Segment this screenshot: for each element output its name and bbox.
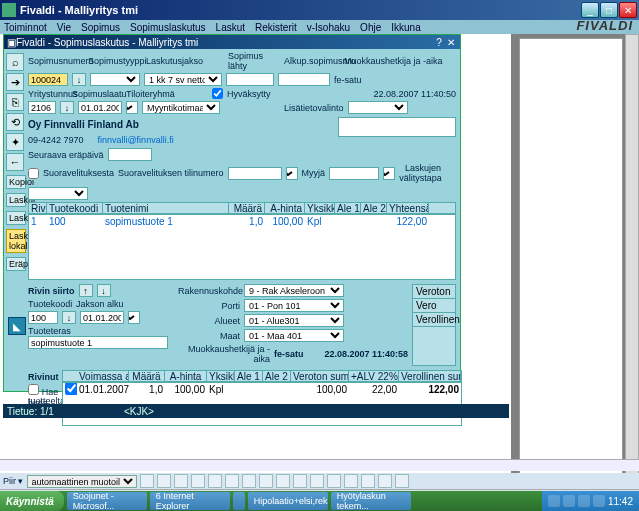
column-header[interactable]: Ale 2 [263,371,291,382]
contract-number-input[interactable] [28,73,68,86]
subwindow-help-button[interactable]: ? [433,37,445,48]
taskbar-button[interactable]: Hipolaatio+elsi,rek... [248,492,328,510]
row-up-button[interactable]: ↑ [79,284,93,297]
menu-item[interactable]: Rekisterit [255,22,297,33]
threed-button[interactable] [395,474,409,488]
product-code-input[interactable] [28,311,58,324]
fill-color-button[interactable] [276,474,290,488]
column-header[interactable]: Verollinen summa [399,371,461,382]
toolbar-icon[interactable]: ⎘ [6,93,24,111]
table-row[interactable]: 01.01.20071,0100,00Kpl100,0022,00122,00 [63,383,461,395]
menu-item[interactable]: Ohje [360,22,381,33]
product-text-input[interactable] [28,336,168,349]
product-code-lookup-button[interactable]: ↓ [62,311,76,324]
row-down-button[interactable]: ↓ [97,284,111,297]
contract-sent-input[interactable] [226,73,274,86]
toolbar-icon[interactable]: ✦ [6,133,24,151]
menu-item[interactable]: v-Isohaku [307,22,350,33]
column-header[interactable]: +ALV 22% [349,371,399,382]
minimize-button[interactable]: _ [581,2,599,18]
line-tool-button[interactable] [157,474,171,488]
approved-checkbox[interactable] [212,88,223,99]
period-start-select[interactable] [128,311,140,324]
column-header[interactable]: Veroton summa [291,371,349,382]
salesperson-select[interactable] [383,167,395,180]
contract-number-lookup-button[interactable]: ↓ [72,73,86,86]
clipart-button[interactable] [259,474,273,488]
column-header[interactable]: Voimassa alk. [77,371,129,382]
billing-period-select[interactable]: 1 kk 7 sv netto [144,73,222,86]
column-header[interactable]: Ale 2 [361,203,387,214]
contract-date-input[interactable] [78,101,122,114]
toolbar-icon[interactable]: ⌕ [6,53,24,71]
column-header[interactable]: Ale 1 [335,203,361,214]
column-header[interactable]: Tuotekoodi [47,203,103,214]
column-header[interactable]: Ale 1 [235,371,263,382]
company-id-lookup-button[interactable]: ↓ [60,101,74,114]
rect-tool-button[interactable] [191,474,205,488]
sidebar-tab[interactable]: Laskujen lokalu [6,229,26,253]
close-button[interactable]: ✕ [619,2,637,18]
column-header[interactable]: Määrä [229,203,265,214]
start-button[interactable]: Käynnistä [0,491,64,511]
invoice-delivery-select[interactable] [28,187,88,200]
column-header[interactable]: A-hinta [265,203,305,214]
column-header[interactable]: Rivi [29,203,47,214]
menu-item[interactable]: Toiminnot [4,22,47,33]
memo-textarea[interactable] [338,117,456,137]
company-id-input[interactable] [28,101,56,114]
toolbar-icon[interactable]: ⟲ [6,113,24,131]
column-header[interactable]: Yksikkö [207,371,235,382]
oval-tool-button[interactable] [208,474,222,488]
style-combo[interactable]: automaattinen muotoil [27,475,137,488]
building-target-select[interactable]: 9 - Rak Akseleroon [244,284,344,297]
autoshape-button[interactable] [140,474,154,488]
line-style-button[interactable] [327,474,341,488]
nav-triangle-icon[interactable]: ◣ [8,317,26,335]
taskbar-button[interactable]: Hyötylaskun tekem... [331,492,411,510]
contract-kind-select[interactable] [126,101,138,114]
next-due-input[interactable] [108,148,152,161]
column-header[interactable]: Määrä [129,371,165,382]
sidebar-tab[interactable]: Laskut [6,211,26,225]
taskbar-button[interactable] [233,492,245,510]
portal-select[interactable]: 01 - Pon 101 [244,299,344,312]
taskbar-button[interactable]: Soojunet - Microsof... [67,492,147,510]
toolbar-icon[interactable]: ← [6,153,24,171]
menu-item[interactable]: Vie [57,22,71,33]
tray-icon[interactable] [593,495,605,507]
table-row[interactable]: 1100sopimustuote 11,0100,00Kpl122,00 [29,215,455,227]
font-color-button[interactable] [310,474,324,488]
areas-select[interactable]: 01 - Alue301 [244,314,344,327]
column-header[interactable]: Yksikkö [305,203,335,214]
extra-info-select[interactable] [348,101,408,114]
menu-item[interactable]: Ikkuna [391,22,420,33]
subwindow-close-button[interactable]: ✕ [445,37,457,48]
sidebar-tab[interactable]: Eräpvk [6,257,26,271]
menu-item[interactable]: Laskut [216,22,245,33]
menu-item[interactable]: Sopimus [81,22,120,33]
toolbar-icon[interactable]: ➔ [6,73,24,91]
tray-icon[interactable] [548,495,560,507]
textbox-tool-button[interactable] [225,474,239,488]
direct-debit-account-input[interactable] [228,167,282,180]
tax-option[interactable]: Veroton [413,285,455,299]
shadow-button[interactable] [378,474,392,488]
contract-type-select[interactable] [90,73,140,86]
row-checkbox[interactable] [65,382,77,395]
dash-style-button[interactable] [344,474,358,488]
property-group-select[interactable]: Myyntikotimaa [142,101,220,114]
taskbar-button[interactable]: 6 Internet Explorer [150,492,230,510]
direct-debit-checkbox[interactable] [28,168,39,179]
fetch-price-checkbox[interactable] [28,384,39,395]
salesperson-input[interactable] [329,167,379,180]
tax-option[interactable]: Verollinen [413,313,455,327]
period-start-input[interactable] [80,311,124,324]
sidebar-tab[interactable]: Laskut [6,193,26,207]
column-header[interactable]: Tuotenimi [103,203,229,214]
column-header[interactable]: Yhteensä [387,203,429,214]
tray-icon[interactable] [578,495,590,507]
sidebar-tab[interactable]: Kopioi [6,175,26,189]
orig-contract-input[interactable] [278,73,330,86]
arrow-style-button[interactable] [361,474,375,488]
